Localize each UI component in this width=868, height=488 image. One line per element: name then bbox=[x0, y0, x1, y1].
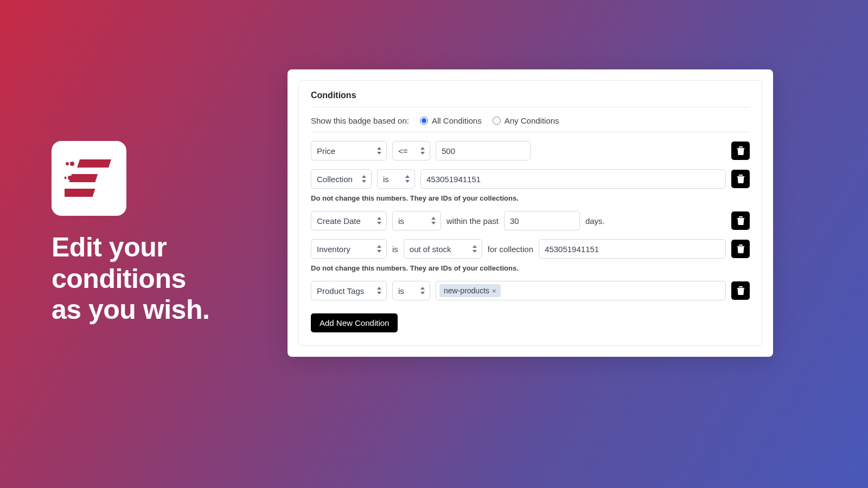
value-input-inventory-collection[interactable] bbox=[539, 239, 726, 259]
chevron-updown-icon bbox=[376, 217, 382, 224]
chevron-updown-icon bbox=[405, 175, 410, 183]
trash-icon bbox=[737, 245, 745, 253]
select-value: is bbox=[383, 175, 389, 184]
radio-any-input[interactable] bbox=[493, 117, 501, 125]
svg-point-4 bbox=[66, 162, 69, 165]
tags-input[interactable]: new-products × bbox=[436, 281, 726, 300]
value-input-collection[interactable] bbox=[420, 169, 726, 189]
select-value: Inventory bbox=[317, 245, 350, 254]
radio-all-label: All Conditions bbox=[432, 116, 482, 125]
divider bbox=[311, 107, 750, 107]
chevron-updown-icon bbox=[420, 287, 425, 294]
stock-state-select[interactable]: out of stock bbox=[404, 239, 482, 259]
select-value: <= bbox=[398, 146, 408, 156]
select-value: is bbox=[398, 216, 404, 226]
delete-button[interactable] bbox=[731, 142, 750, 160]
radio-all-input[interactable] bbox=[420, 117, 428, 125]
divider bbox=[311, 132, 750, 132]
radio-all-conditions[interactable]: All Conditions bbox=[420, 116, 482, 125]
helper-text-ids: Do not change this numbers. They are IDs… bbox=[311, 194, 750, 202]
chevron-updown-icon bbox=[472, 245, 477, 253]
field-select-create-date[interactable]: Create Date bbox=[311, 211, 387, 230]
for-collection-label: for collection bbox=[488, 245, 533, 254]
trash-icon bbox=[737, 175, 745, 183]
headline-line-3: as you wish. bbox=[52, 294, 247, 326]
helper-text-ids: Do not change this numbers. They are IDs… bbox=[311, 264, 750, 272]
panel-title: Conditions bbox=[311, 91, 750, 100]
select-value: Product Tags bbox=[317, 286, 364, 296]
trash-icon bbox=[737, 286, 745, 295]
field-select-product-tags[interactable]: Product Tags bbox=[311, 281, 387, 300]
condition-row-product-tags: Product Tags is new-products × bbox=[311, 281, 750, 300]
value-input-days[interactable] bbox=[504, 211, 580, 230]
operator-select-is-tags[interactable]: is bbox=[392, 281, 430, 300]
select-value: is bbox=[398, 286, 404, 296]
condition-row-create-date: Create Date is within the past days. bbox=[311, 211, 750, 230]
field-select-inventory[interactable]: Inventory bbox=[311, 239, 387, 259]
svg-rect-0 bbox=[77, 159, 111, 168]
conditions-card: Conditions Show this badge based on: All… bbox=[288, 69, 773, 357]
select-value: Collection bbox=[317, 175, 353, 184]
condition-row-price: Price <= bbox=[311, 141, 750, 160]
remove-tag-icon[interactable]: × bbox=[492, 287, 496, 295]
match-mode-row: Show this badge based on: All Conditions… bbox=[311, 116, 750, 125]
value-field[interactable] bbox=[442, 146, 525, 156]
chevron-updown-icon bbox=[376, 287, 382, 294]
tag-chip[interactable]: new-products × bbox=[439, 284, 501, 297]
value-input-price[interactable] bbox=[436, 141, 531, 160]
select-value: out of stock bbox=[410, 245, 451, 254]
headline-line-2: conditions bbox=[52, 264, 247, 295]
value-field[interactable] bbox=[426, 175, 720, 184]
select-value: Create Date bbox=[317, 216, 361, 226]
value-field[interactable] bbox=[510, 216, 574, 226]
svg-point-6 bbox=[65, 177, 67, 179]
radio-any-conditions[interactable]: Any Conditions bbox=[493, 116, 559, 125]
within-past-label: within the past bbox=[446, 216, 499, 226]
tag-label: new-products bbox=[444, 286, 489, 295]
delete-button[interactable] bbox=[731, 211, 750, 230]
operator-select-is-date[interactable]: is bbox=[392, 211, 441, 230]
field-select-collection[interactable]: Collection bbox=[311, 169, 372, 189]
add-condition-button[interactable]: Add New Condition bbox=[311, 313, 398, 332]
chevron-updown-icon bbox=[361, 175, 367, 183]
operator-select-lte[interactable]: <= bbox=[392, 141, 430, 160]
svg-point-3 bbox=[70, 162, 74, 166]
app-logo bbox=[52, 141, 126, 216]
svg-point-5 bbox=[68, 176, 72, 180]
marketing-panel: Edit your conditions as you wish. bbox=[52, 141, 247, 326]
operator-select-is[interactable]: is bbox=[377, 169, 415, 189]
radio-any-label: Any Conditions bbox=[505, 116, 559, 125]
conditions-panel: Conditions Show this badge based on: All… bbox=[298, 80, 762, 346]
headline-line-1: Edit your bbox=[52, 232, 247, 264]
delete-button[interactable] bbox=[731, 170, 750, 188]
trash-icon bbox=[737, 146, 745, 155]
is-label: is bbox=[392, 245, 398, 254]
select-value: Price bbox=[317, 146, 335, 156]
days-label: days. bbox=[585, 216, 605, 226]
headline-text: Edit your conditions as you wish. bbox=[52, 232, 247, 326]
field-select-price[interactable]: Price bbox=[311, 141, 387, 160]
chevron-updown-icon bbox=[420, 147, 425, 155]
svg-point-7 bbox=[66, 190, 70, 195]
chevron-updown-icon bbox=[376, 147, 382, 155]
delete-button[interactable] bbox=[731, 240, 750, 258]
chevron-updown-icon bbox=[376, 245, 382, 253]
condition-row-inventory: Inventory is out of stock for collection bbox=[311, 239, 750, 259]
value-field[interactable] bbox=[545, 245, 720, 254]
svg-rect-1 bbox=[69, 174, 98, 182]
delete-button[interactable] bbox=[731, 281, 750, 300]
chevron-updown-icon bbox=[431, 217, 436, 224]
match-mode-label: Show this badge based on: bbox=[311, 116, 409, 125]
condition-row-collection: Collection is bbox=[311, 169, 750, 189]
trash-icon bbox=[737, 216, 745, 225]
